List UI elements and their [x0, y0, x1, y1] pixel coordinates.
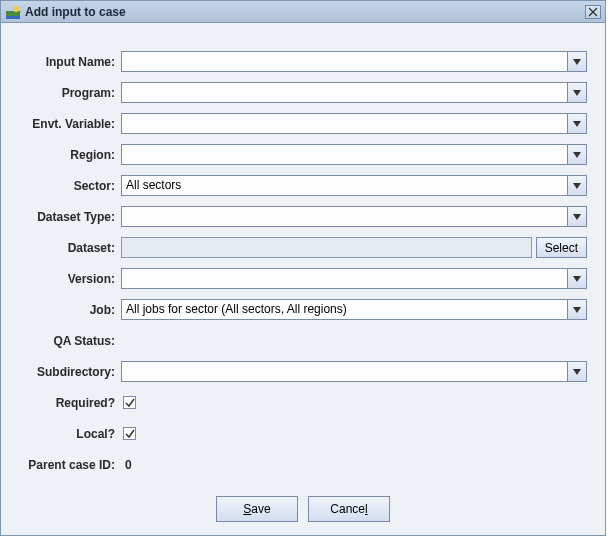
- chevron-down-icon: [573, 307, 581, 313]
- label-dataset: Dataset:: [15, 241, 121, 255]
- program-dropdown-button[interactable]: [567, 82, 587, 103]
- svg-marker-12: [573, 307, 581, 313]
- label-subdirectory: Subdirectory:: [15, 365, 121, 379]
- job-dropdown-button[interactable]: [567, 299, 587, 320]
- chevron-down-icon: [573, 276, 581, 282]
- label-parent-case-id: Parent case ID:: [15, 458, 121, 472]
- label-envt-variable: Envt. Variable:: [15, 117, 121, 131]
- job-value: All jobs for sector (All sectors, All re…: [122, 300, 567, 319]
- region-dropdown-button[interactable]: [567, 144, 587, 165]
- input-name-dropdown-button[interactable]: [567, 51, 587, 72]
- sector-value: All sectors: [122, 176, 567, 195]
- app-icon: [5, 4, 21, 20]
- svg-marker-8: [573, 152, 581, 158]
- input-name-combo[interactable]: [121, 51, 568, 72]
- chevron-down-icon: [573, 369, 581, 375]
- svg-marker-10: [573, 214, 581, 220]
- chevron-down-icon: [573, 59, 581, 65]
- subdirectory-combo[interactable]: [121, 361, 568, 382]
- label-region: Region:: [15, 148, 121, 162]
- svg-point-1: [13, 6, 19, 12]
- subdirectory-dropdown-button[interactable]: [567, 361, 587, 382]
- close-button[interactable]: [585, 5, 601, 19]
- version-combo[interactable]: [121, 268, 568, 289]
- titlebar: Add input to case: [1, 1, 605, 23]
- cancel-button[interactable]: Cancel: [308, 496, 390, 522]
- dataset-type-combo[interactable]: [121, 206, 568, 227]
- parent-case-id-value: 0: [121, 458, 587, 472]
- window-title: Add input to case: [25, 5, 585, 19]
- sector-combo[interactable]: All sectors: [121, 175, 568, 196]
- label-program: Program:: [15, 86, 121, 100]
- svg-marker-11: [573, 276, 581, 282]
- region-combo[interactable]: [121, 144, 568, 165]
- label-job: Job:: [15, 303, 121, 317]
- check-icon: [125, 429, 135, 439]
- local-checkbox[interactable]: [123, 427, 136, 440]
- label-sector: Sector:: [15, 179, 121, 193]
- envt-variable-dropdown-button[interactable]: [567, 113, 587, 134]
- check-icon: [125, 398, 135, 408]
- envt-variable-combo[interactable]: [121, 113, 568, 134]
- chevron-down-icon: [573, 90, 581, 96]
- svg-marker-9: [573, 183, 581, 189]
- form-area: Input Name: Program: Envt. Variable: Reg…: [1, 23, 605, 495]
- svg-marker-13: [573, 369, 581, 375]
- label-local: Local?: [15, 427, 121, 441]
- job-combo[interactable]: All jobs for sector (All sectors, All re…: [121, 299, 568, 320]
- chevron-down-icon: [573, 152, 581, 158]
- label-qa-status: QA Status:: [15, 334, 121, 348]
- close-icon: [588, 7, 598, 17]
- dataset-type-dropdown-button[interactable]: [567, 206, 587, 227]
- version-dropdown-button[interactable]: [567, 268, 587, 289]
- program-combo[interactable]: [121, 82, 568, 103]
- svg-marker-6: [573, 90, 581, 96]
- label-required: Required?: [15, 396, 121, 410]
- sector-dropdown-button[interactable]: [567, 175, 587, 196]
- dataset-field: [121, 237, 532, 258]
- svg-rect-2: [6, 16, 20, 19]
- save-button-label: Save: [243, 502, 270, 516]
- dialog-window: Add input to case Input Name: Program: E…: [0, 0, 606, 536]
- dataset-select-button[interactable]: Select: [536, 237, 587, 258]
- label-version: Version:: [15, 272, 121, 286]
- label-input-name: Input Name:: [15, 55, 121, 69]
- svg-marker-7: [573, 121, 581, 127]
- chevron-down-icon: [573, 121, 581, 127]
- svg-marker-5: [573, 59, 581, 65]
- save-button[interactable]: Save: [216, 496, 298, 522]
- cancel-button-label: Cancel: [330, 502, 367, 516]
- chevron-down-icon: [573, 183, 581, 189]
- dataset-select-label: Select: [545, 241, 578, 255]
- required-checkbox[interactable]: [123, 396, 136, 409]
- button-bar: Save Cancel: [1, 496, 605, 522]
- label-dataset-type: Dataset Type:: [15, 210, 121, 224]
- chevron-down-icon: [573, 214, 581, 220]
